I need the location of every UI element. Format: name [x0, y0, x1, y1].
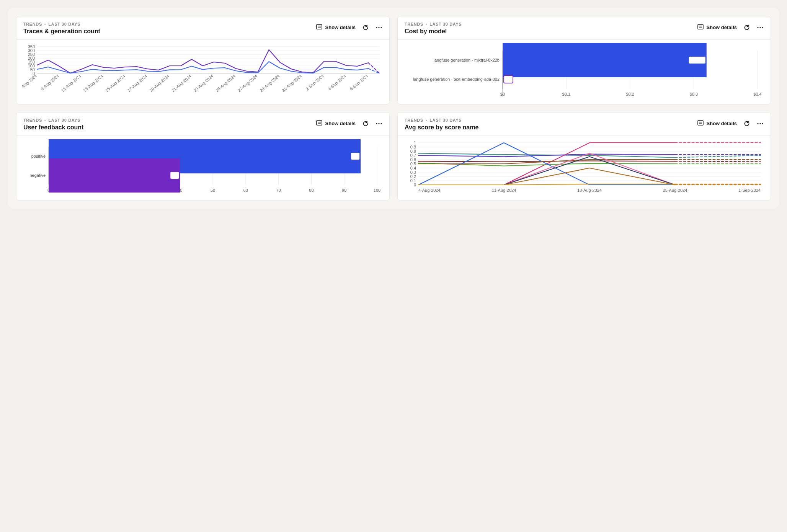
card-title: Traces & generation count	[23, 28, 100, 35]
card-traces: TRENDS • LAST 30 DAYS Traces & generatio…	[16, 16, 390, 104]
svg-point-41	[757, 27, 758, 28]
eyebrow-separator: •	[426, 118, 427, 122]
chart-score-body: 00.10.20.30.40.50.60.70.80.914-Aug-20241…	[398, 136, 771, 200]
more-menu-button[interactable]	[757, 24, 764, 31]
details-icon	[697, 24, 704, 31]
eyebrow-left: TRENDS	[23, 22, 42, 26]
details-icon	[697, 120, 704, 127]
card-cost: TRENDS • LAST 30 DAYS Cost by model Show…	[397, 16, 771, 104]
svg-text:80: 80	[309, 188, 313, 193]
svg-text:6-Sep-2024: 6-Sep-2024	[349, 73, 369, 91]
svg-text:25-Aug-2024: 25-Aug-2024	[663, 188, 687, 193]
svg-text:31-Aug-2024: 31-Aug-2024	[281, 73, 302, 93]
card-header: TRENDS • LAST 30 DAYS Traces & generatio…	[16, 16, 389, 40]
chart-cost: $0$0.1$0.2$0.3$0.4langfuse generation - …	[403, 43, 765, 100]
card-actions: Show details	[316, 24, 382, 31]
svg-text:50: 50	[211, 188, 215, 193]
svg-point-67	[380, 123, 382, 124]
eyebrow: TRENDS • LAST 30 DAYS	[405, 22, 462, 26]
eyebrow-separator: •	[44, 22, 46, 26]
eyebrow-right: LAST 30 DAYS	[48, 118, 80, 122]
svg-text:21-Aug-2024: 21-Aug-2024	[171, 73, 192, 93]
svg-text:40: 40	[172, 173, 177, 178]
svg-text:350: 350	[28, 44, 35, 49]
eyebrow-left: TRENDS	[405, 22, 423, 26]
refresh-button[interactable]	[744, 24, 750, 31]
card-score: TRENDS • LAST 30 DAYS Avg score by score…	[397, 112, 771, 201]
svg-rect-98	[698, 121, 703, 125]
svg-text:$0.32: $0.32	[692, 58, 703, 62]
card-title: User feedback count	[23, 124, 83, 131]
svg-text:4-Aug-2024: 4-Aug-2024	[418, 188, 441, 193]
eyebrow: TRENDS • LAST 30 DAYS	[405, 118, 478, 122]
svg-text:27-Aug-2024: 27-Aug-2024	[237, 73, 258, 93]
chart-cost-body: $0$0.1$0.2$0.3$0.4langfuse generation - …	[398, 40, 771, 104]
svg-text:100: 100	[374, 188, 380, 193]
card-actions: Show details	[697, 120, 764, 127]
eyebrow-right: LAST 30 DAYS	[48, 22, 80, 26]
card-actions: Show details	[316, 120, 382, 127]
more-menu-button[interactable]	[376, 121, 382, 127]
svg-text:19-Aug-2024: 19-Aug-2024	[149, 73, 170, 93]
svg-text:2-Sep-2024: 2-Sep-2024	[305, 73, 325, 91]
details-icon	[316, 120, 322, 127]
refresh-button[interactable]	[362, 24, 369, 31]
dashboard-grid: TRENDS • LAST 30 DAYS Traces & generatio…	[8, 8, 779, 209]
show-details-button[interactable]: Show details	[697, 24, 737, 31]
svg-text:0.4: 0.4	[410, 166, 416, 170]
svg-rect-38	[698, 24, 703, 29]
svg-point-4	[378, 27, 379, 28]
show-details-label: Show details	[707, 121, 737, 126]
svg-text:$0.3: $0.3	[690, 92, 698, 96]
eyebrow-right: LAST 30 DAYS	[429, 118, 462, 122]
chart-traces-body: 0501001502002503003507-Aug-20249-Aug-202…	[16, 40, 389, 104]
svg-point-103	[762, 123, 763, 124]
more-menu-button[interactable]	[376, 24, 382, 31]
svg-point-66	[378, 123, 379, 124]
svg-rect-58	[503, 62, 503, 96]
svg-text:90: 90	[342, 188, 346, 193]
svg-text:9-Aug-2024: 9-Aug-2024	[40, 73, 60, 91]
svg-text:18-Aug-2024: 18-Aug-2024	[577, 188, 602, 193]
svg-rect-94	[49, 158, 180, 193]
card-title: Avg score by score name	[405, 124, 478, 131]
svg-point-102	[759, 123, 761, 124]
svg-text:95: 95	[353, 154, 358, 158]
svg-text:11-Aug-2024: 11-Aug-2024	[492, 188, 516, 193]
svg-text:60: 60	[243, 188, 248, 193]
svg-point-5	[380, 27, 382, 28]
svg-text:13-Aug-2024: 13-Aug-2024	[82, 73, 104, 93]
refresh-button[interactable]	[744, 121, 750, 127]
more-menu-button[interactable]	[757, 121, 764, 127]
show-details-button[interactable]: Show details	[316, 120, 356, 127]
svg-text:$0.4: $0.4	[753, 92, 761, 96]
svg-text:23-Aug-2024: 23-Aug-2024	[193, 73, 214, 93]
chart-score: 00.10.20.30.40.50.60.70.80.914-Aug-20241…	[403, 139, 765, 196]
svg-text:4-Sep-2024: 4-Sep-2024	[327, 73, 347, 91]
eyebrow-separator: •	[44, 118, 46, 122]
svg-rect-62	[317, 121, 322, 125]
show-details-button[interactable]: Show details	[316, 24, 356, 31]
show-details-label: Show details	[325, 121, 356, 126]
chart-traces: 0501001502002503003507-Aug-20249-Aug-202…	[22, 43, 384, 100]
svg-text:langfuse generation - text-emb: langfuse generation - text-embedding-ada…	[413, 77, 500, 82]
eyebrow-left: TRENDS	[405, 118, 423, 122]
eyebrow: TRENDS • LAST 30 DAYS	[23, 22, 100, 26]
svg-point-43	[762, 27, 763, 28]
svg-text:langfuse generation - mixtral-: langfuse generation - mixtral-8x22b	[434, 58, 500, 62]
svg-text:$0.2: $0.2	[626, 92, 634, 96]
svg-text:25-Aug-2024: 25-Aug-2024	[215, 73, 236, 93]
show-details-button[interactable]: Show details	[697, 120, 737, 127]
svg-text:negative: negative	[29, 173, 46, 178]
svg-text:$0: $0	[506, 77, 511, 82]
card-header: TRENDS • LAST 30 DAYS Avg score by score…	[398, 113, 771, 136]
refresh-button[interactable]	[362, 121, 369, 127]
svg-text:17-Aug-2024: 17-Aug-2024	[126, 73, 148, 93]
svg-text:1-Sep-2024: 1-Sep-2024	[739, 188, 761, 193]
svg-text:0.1: 0.1	[410, 178, 416, 183]
svg-text:1: 1	[414, 140, 416, 145]
svg-rect-0	[317, 24, 322, 29]
svg-point-3	[376, 27, 377, 28]
svg-text:0.5: 0.5	[410, 162, 416, 166]
svg-text:0.6: 0.6	[410, 157, 416, 162]
